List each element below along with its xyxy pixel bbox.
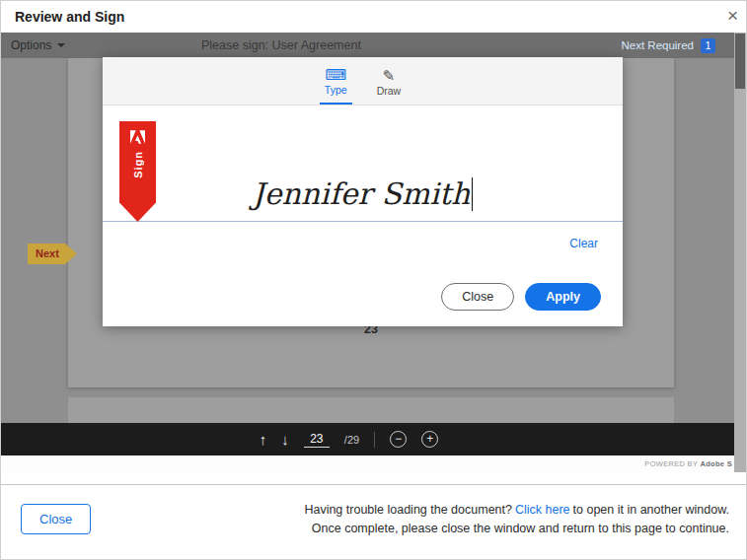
pdf-pager-bar: ↑ ↓ /29 − + › (1, 423, 746, 455)
footer-line1-pre: Having trouble loading the document? (304, 503, 512, 517)
click-here-link[interactable]: Click here (515, 503, 570, 517)
review-and-sign-window: Review and Sign × Options Please sign: U… (0, 0, 747, 560)
tab-draw-label: Draw (377, 85, 402, 97)
next-required-count-badge: 1 (701, 38, 715, 53)
adobe-logo-icon (130, 130, 145, 144)
signature-dialog: ⌨ Type ✎ Draw Sign Jennifer Smith Clear … (103, 57, 623, 326)
options-dropdown[interactable]: Options (11, 33, 65, 58)
powered-by-prefix: POWERED BY (644, 459, 698, 468)
tab-type-label: Type (325, 84, 347, 96)
page-total-label: /29 (344, 434, 359, 446)
next-required-label: Next Required (621, 39, 694, 51)
powered-by-strip: POWERED BY Adobe S ▾ (1, 455, 746, 472)
tab-type[interactable]: ⌨ Type (320, 57, 352, 105)
footer-line1-post: to open it in another window. (573, 503, 729, 517)
document-title: Please sign: User Agreement (201, 38, 361, 52)
tab-draw[interactable]: ✎ Draw (372, 57, 407, 105)
signature-body: Sign Jennifer Smith Clear Close Apply (103, 105, 623, 325)
powered-by-text: POWERED BY Adobe S (644, 459, 732, 468)
signature-tabs: ⌨ Type ✎ Draw (103, 57, 623, 105)
signature-text: Jennifer Smith (253, 176, 471, 211)
options-label: Options (11, 38, 51, 52)
keyboard-icon: ⌨ (325, 66, 346, 83)
vertical-scrollbar[interactable] (734, 33, 746, 472)
footer-help-text: Having trouble loading the document?Clic… (304, 501, 729, 538)
chevron-down-icon (57, 43, 65, 47)
apply-button[interactable]: Apply (525, 283, 601, 311)
clear-link[interactable]: Clear (569, 237, 598, 250)
zoom-in-icon[interactable]: + (421, 431, 438, 448)
signature-input[interactable]: Jennifer Smith (103, 176, 623, 211)
dialog-close-button[interactable]: Close (441, 283, 514, 311)
footer-close-button[interactable]: Close (21, 504, 91, 534)
footer-bar: Close Having trouble loading the documen… (1, 484, 746, 559)
page-up-icon[interactable]: ↑ (260, 431, 267, 448)
text-cursor (472, 177, 473, 211)
close-icon[interactable]: × (727, 5, 738, 27)
window-title: Review and Sign (15, 9, 124, 25)
next-required-button[interactable]: Next Required 1 (621, 33, 715, 58)
toolbar-divider (374, 432, 375, 448)
dialog-buttons: Close Apply (441, 283, 601, 311)
pager-controls: ↑ ↓ /29 − + (260, 431, 438, 448)
scrollbar-thumb[interactable] (735, 34, 745, 89)
page-number-input[interactable] (304, 431, 330, 448)
zoom-out-icon[interactable]: − (390, 431, 407, 448)
footer-line2: Once complete, please close the window a… (304, 520, 729, 538)
title-bar: Review and Sign × (1, 1, 746, 33)
powered-by-brand: Adobe S (700, 459, 732, 468)
footer-line1: Having trouble loading the document?Clic… (304, 501, 729, 520)
page-down-icon[interactable]: ↓ (281, 431, 289, 448)
pen-icon: ✎ (383, 67, 396, 84)
ribbon-sign-label: Sign (132, 151, 144, 178)
document-page-next (68, 397, 674, 423)
signature-baseline (103, 221, 623, 222)
document-toolbar: Options Please sign: User Agreement Next… (1, 33, 746, 58)
